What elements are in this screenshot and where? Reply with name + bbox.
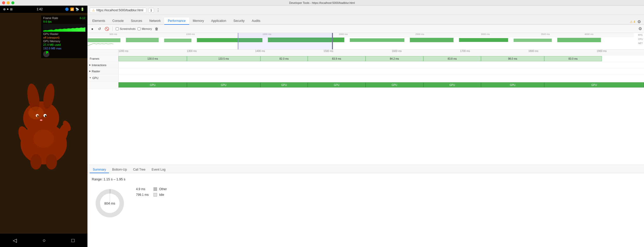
android-nav-bar: ◁ ○ □ [0, 234, 87, 247]
memory-label: Memory [142, 27, 152, 30]
frame-cell-7: 98.0 ms [481, 56, 544, 61]
legend-area: 4.9 ms Other 799.1 ms Idle [136, 185, 167, 197]
maximize-button[interactable] [11, 1, 14, 4]
gpu-raster-label: GPU Raster [43, 32, 58, 36]
pie-chart: 804 ms [92, 185, 128, 221]
gpu-mem-max-row: 192.0 MB max [43, 47, 85, 50]
gpu-section-label[interactable]: ▼ GPU [88, 74, 119, 81]
frame-cell-4: 83.9 ms [308, 56, 366, 61]
home-button[interactable]: ○ [42, 237, 46, 243]
timeline-container: FPS CPU NET 500 ms 1000 ms 1500 ms 2000 … [88, 33, 644, 247]
bottom-tabs: Summary Bottom-Up Call Tree Event Log [88, 165, 644, 173]
svg-point-1 [23, 101, 59, 135]
interactions-label[interactable]: ▶ Interactions [88, 62, 119, 68]
reload-button[interactable]: ↺ [97, 26, 102, 31]
recent-button[interactable]: □ [71, 237, 75, 243]
title-text: Developer Tools - https://localhost:5000… [289, 1, 355, 4]
selection-overlay[interactable] [238, 33, 332, 49]
other-color-box [153, 187, 157, 191]
tab-network-label: Network [149, 19, 161, 23]
svg-rect-25 [557, 38, 601, 42]
gpu-raster-value-row: off (viewport) [43, 36, 85, 39]
tick-1400ms: 1400 ms [255, 50, 265, 52]
other-label: Other [159, 187, 167, 191]
fps-value: 9.6 fps [43, 20, 52, 23]
bottom-panel: Summary Bottom-Up Call Tree Event Log Ra… [88, 165, 644, 247]
ruler-4000ms: 4000 ms [585, 33, 594, 36]
summary-tab[interactable]: Summary [90, 166, 109, 173]
ruler-3500ms: 3500 ms [541, 33, 550, 36]
call-tree-tab[interactable]: Call Tree [130, 166, 149, 173]
gpu-bars-row: GPU GPU GPU GPU GPU GPU GPU GPU [88, 82, 644, 89]
fps-bars [88, 37, 634, 43]
net-area [88, 46, 634, 49]
tab-performance[interactable]: Performance [164, 17, 189, 25]
tick-1900ms: 1900 ms [597, 50, 606, 52]
signal-icon: 📶 [70, 7, 74, 11]
tab-network[interactable]: Network [146, 17, 164, 25]
svg-rect-16 [88, 38, 120, 42]
close-button[interactable] [2, 1, 5, 4]
frames-content: 130.0 ms 133.5 ms 82.0 ms 83.9 ms 84.2 m… [119, 55, 644, 62]
menu-dots[interactable]: ⋮ [156, 8, 160, 13]
tick-1300ms: 1300 ms [187, 50, 197, 52]
tab-elements-label: Elements [92, 19, 105, 23]
perf-settings-icon[interactable]: ⚙ [638, 27, 642, 31]
overview-ruler: 500 ms 1000 ms 1500 ms 2000 ms 2500 ms 3… [88, 33, 634, 37]
clear-button[interactable]: 🗑 [154, 26, 159, 31]
gpu-section-content [119, 74, 644, 81]
ruler-2000ms: 2000 ms [339, 33, 348, 36]
tab-audits[interactable]: Audits [248, 17, 264, 25]
tab-security[interactable]: Security [230, 17, 248, 25]
event-log-tab[interactable]: Event Log [149, 166, 169, 173]
tab-security-label: Security [233, 19, 244, 23]
memory-checkbox-group[interactable]: Memory [138, 27, 152, 30]
frame-rate-row: Frame Rate 6-12 [43, 16, 85, 20]
tab-sources[interactable]: Sources [127, 17, 146, 25]
svg-point-15 [33, 130, 54, 148]
playhead [332, 33, 333, 49]
timeline-rows: Frames 130.0 ms 133.5 ms 82.0 ms 83.9 ms… [88, 55, 644, 165]
overlay-panel: Frame Rate 6-12 9.6 fps GPU Raster off (… [41, 15, 87, 58]
memory-checkbox[interactable] [138, 27, 141, 30]
fps-value-row: 9.6 fps [43, 20, 85, 23]
settings-icon[interactable]: ⚙ [637, 19, 641, 24]
tab-memory[interactable]: Memory [189, 17, 207, 25]
interactions-row: ▶ Interactions [88, 62, 644, 68]
gpu-bar-7: GPU [481, 82, 544, 87]
net-label: NET [637, 41, 644, 45]
screenshots-label: Screenshots [120, 27, 135, 30]
bottom-up-tab[interactable]: Bottom-Up [109, 166, 130, 173]
tab-application[interactable]: Application [207, 17, 230, 25]
tab-console-label: Console [112, 19, 124, 23]
tab-console[interactable]: Console [109, 17, 127, 25]
frame-rate-label: Frame Rate [43, 16, 58, 20]
tab-count[interactable]: 1 [148, 8, 154, 13]
tab-sources-label: Sources [131, 19, 142, 23]
url-text: https://localhost:5000/badblur.html [96, 8, 143, 12]
screenshots-checkbox-group[interactable]: Screenshots [116, 27, 135, 30]
timeline-ruler: 1200 ms 1300 ms 1400 ms 1500 ms 1600 ms … [88, 50, 644, 55]
record-button[interactable]: ● [90, 26, 95, 31]
stop-button[interactable]: 🚫 [104, 26, 109, 31]
tab-elements[interactable]: Elements [89, 17, 109, 25]
device-status-bar: ⊕ ✦ ⊞ 1:42 🔵 📶 📡 🔋 [0, 6, 87, 13]
svg-point-12 [45, 115, 46, 117]
address-bar: ⚠ https://localhost:5000/badblur.html 1 … [88, 6, 644, 15]
raster-label[interactable]: ▶ Raster [88, 68, 119, 74]
overview-area[interactable]: FPS CPU NET 500 ms 1000 ms 1500 ms 2000 … [88, 33, 644, 50]
timeline-ruler-ticks: 1200 ms 1300 ms 1400 ms 1500 ms 1600 ms … [119, 50, 644, 55]
raster-content [119, 68, 644, 74]
warning-icon: ⚠ [92, 8, 95, 12]
devtools-tab-icons: ⚠ 4 ⚙ [628, 19, 643, 24]
svg-rect-18 [164, 39, 191, 42]
minimize-button[interactable] [7, 1, 10, 4]
back-button[interactable]: ◁ [13, 237, 17, 243]
perf-toolbar: ● ↺ 🚫 Screenshots Memory 🗑 ⚙ [88, 25, 644, 33]
tick-1800ms: 1800 ms [528, 50, 538, 52]
fps-label: FPS [637, 33, 644, 37]
device-panel: ⊕ ✦ ⊞ 1:42 🔵 📶 📡 🔋 [0, 6, 87, 247]
screenshots-checkbox[interactable] [116, 27, 119, 30]
svg-rect-22 [410, 38, 453, 42]
call-tree-tab-label: Call Tree [133, 168, 146, 171]
